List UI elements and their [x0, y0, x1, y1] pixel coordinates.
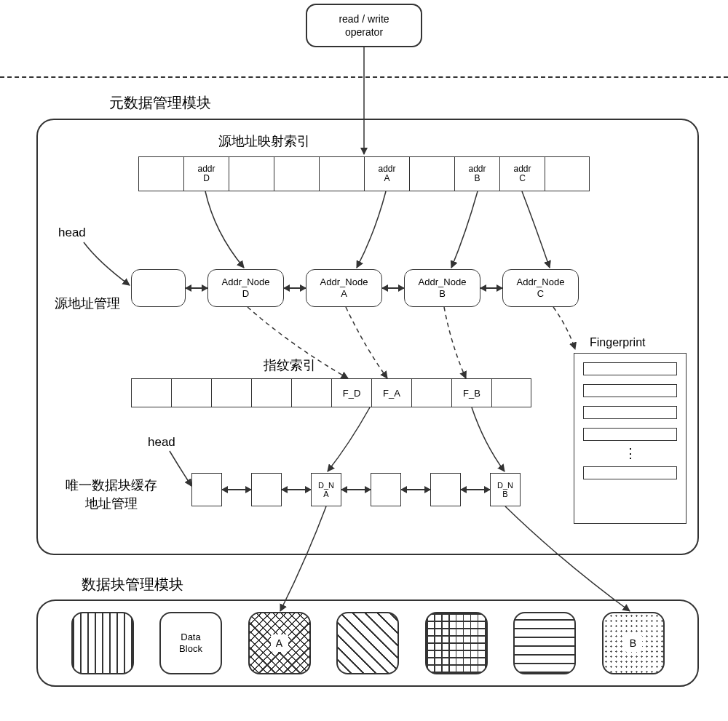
src-cell-6 [409, 156, 454, 191]
uniq-node-dna: D_NA [311, 473, 341, 506]
addr-node-b: Addr_NodeB [404, 269, 480, 307]
fp-cell-0 [131, 378, 171, 407]
uniq-gap-4 [461, 489, 490, 490]
uniq-gap-3 [401, 489, 430, 490]
data-block-b: B [602, 612, 665, 674]
src-cell-5: addrA [364, 156, 409, 191]
uniq-node-head [191, 473, 222, 506]
unique-block-row: D_NA D_NB [191, 473, 521, 506]
fp-cell-4 [291, 378, 331, 407]
data-block-6 [513, 612, 576, 674]
dashed-divider [0, 76, 728, 78]
uniq-gap-2 [341, 489, 371, 490]
fp-cell-1 [171, 378, 211, 407]
src-addr-map-index-label: 源地址映射索引 [218, 132, 310, 150]
src-cell-3 [274, 156, 319, 191]
src-cell-1: addrD [183, 156, 229, 191]
addr-node-head [131, 269, 186, 307]
unique-block-cache-label: 唯一数据块缓存地址管理 [46, 477, 177, 513]
src-cell-4 [319, 156, 364, 191]
fp-row [583, 466, 677, 479]
src-addr-index-row: addrD addrA addrB addrC [138, 156, 590, 191]
addr-node-d: Addr_NodeD [207, 269, 284, 307]
fingerprint-index-row: F_D F_A F_B [131, 378, 531, 407]
uniq-node-4 [430, 473, 461, 506]
fp-cell-3 [251, 378, 291, 407]
head-label-2: head [148, 435, 175, 450]
addr-node-a: Addr_NodeA [306, 269, 382, 307]
src-cell-0 [138, 156, 183, 191]
data-block-module-box: DataBlock A B [36, 599, 699, 687]
addr-node-c: Addr_NodeC [502, 269, 579, 307]
data-block-module-label: 数据块管理模块 [82, 575, 183, 594]
fp-row [583, 362, 677, 375]
fp-row [583, 384, 677, 397]
head-label-1: head [58, 226, 86, 240]
operator-box: read / writeoperator [306, 4, 422, 47]
fingerprint-label: Fingerprint [590, 336, 645, 349]
fp-ellipsis: ⋮ [583, 450, 677, 458]
fp-cell-5: F_D [331, 378, 371, 407]
addr-node-row: Addr_NodeD Addr_NodeA Addr_NodeB Addr_No… [131, 269, 579, 307]
fp-row [583, 406, 677, 419]
uniq-node-3 [371, 473, 401, 506]
fp-row [583, 428, 677, 441]
fp-cell-6: F_A [371, 378, 411, 407]
fingerprint-box: ⋮ [574, 353, 687, 524]
src-addr-mgr-label: 源地址管理 [55, 295, 120, 312]
data-block-4 [336, 612, 399, 674]
src-cell-7: addrB [454, 156, 499, 191]
addr-gap-3 [480, 287, 502, 289]
fp-cell-8: F_B [451, 378, 491, 407]
data-block-1 [71, 612, 134, 674]
data-block-5 [425, 612, 488, 674]
fingerprint-index-label: 指纹索引 [264, 356, 316, 374]
addr-gap-0 [186, 287, 207, 289]
uniq-node-dnb: D_NB [490, 473, 521, 506]
fp-cell-9 [491, 378, 531, 407]
src-cell-2 [229, 156, 274, 191]
src-cell-9 [545, 156, 590, 191]
uniq-gap-1 [282, 489, 311, 490]
src-cell-8: addrC [499, 156, 545, 191]
operator-text: read / writeoperator [339, 12, 389, 39]
metadata-module-label: 元数据管理模块 [109, 93, 211, 113]
fp-cell-7 [411, 378, 451, 407]
uniq-node-1 [251, 473, 282, 506]
fp-cell-2 [211, 378, 251, 407]
data-block-a: A [248, 612, 311, 674]
addr-gap-1 [284, 287, 306, 289]
data-block-label: DataBlock [159, 612, 222, 674]
uniq-gap-0 [222, 489, 251, 490]
addr-gap-2 [382, 287, 404, 289]
